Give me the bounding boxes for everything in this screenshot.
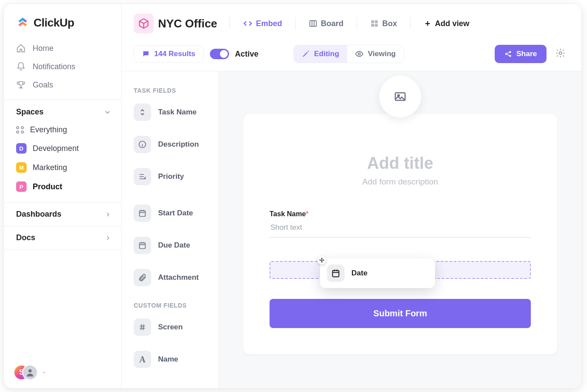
toolbar: 144 Results Active Editing Viewing Share <box>121 40 581 71</box>
workspace-badge <box>134 13 154 34</box>
add-view-button[interactable]: Add view <box>418 17 476 31</box>
field-start-date[interactable]: Start Date <box>132 201 213 225</box>
sidebar: ClickUp Home Notifications Goals Spaces … <box>4 4 121 388</box>
home-icon <box>16 44 26 53</box>
nav-dashboards[interactable]: Dashboards <box>4 202 121 226</box>
spaces-header[interactable]: Spaces <box>4 100 121 121</box>
field-name[interactable]: A Name <box>132 347 213 372</box>
avatar-stack[interactable]: S <box>13 365 38 380</box>
priority-icon <box>134 168 151 185</box>
space-label: Marketing <box>33 163 67 172</box>
submit-button[interactable]: Submit Form <box>270 299 531 328</box>
task-fields-header: TASK FIELDS <box>134 87 213 94</box>
chevron-right-icon <box>105 235 111 241</box>
divider <box>357 17 357 30</box>
field-priority[interactable]: Priority <box>132 164 213 189</box>
divider <box>410 17 411 30</box>
field-label: Start Date <box>158 209 193 218</box>
space-badge: D <box>16 143 27 154</box>
caret-down-icon[interactable] <box>41 370 47 375</box>
board-icon <box>309 19 317 28</box>
bell-icon <box>16 62 26 71</box>
brand-name: ClickUp <box>34 16 74 30</box>
form-canvas: Add title Add form description Task Name… <box>219 71 581 388</box>
fields-panel: TASK FIELDS Task Name Description Priori… <box>121 71 219 388</box>
field-due-date[interactable]: Due Date <box>132 233 213 258</box>
nav-goals[interactable]: Goals <box>9 76 116 94</box>
image-icon <box>394 90 407 103</box>
task-name-input[interactable] <box>270 218 531 238</box>
share-icon <box>504 50 512 58</box>
paperclip-icon <box>134 269 151 286</box>
svg-rect-5 <box>375 24 378 27</box>
box-icon <box>370 19 379 28</box>
svg-point-7 <box>505 53 507 55</box>
custom-fields-header: CUSTOM FIELDS <box>134 302 213 309</box>
active-label: Active <box>235 50 259 59</box>
field-screen[interactable]: Screen <box>132 315 213 339</box>
field-description[interactable]: Description <box>132 132 213 157</box>
results-label: 144 Results <box>154 50 196 58</box>
avatar <box>22 365 38 380</box>
required-marker: * <box>306 210 308 218</box>
field-attachment[interactable]: Attachment <box>132 265 213 290</box>
form-field-label: Task Name* <box>270 210 531 218</box>
form-title-input[interactable]: Add title <box>270 154 531 173</box>
embed-icon <box>243 19 253 28</box>
share-label: Share <box>516 50 537 58</box>
form-subtitle-input[interactable]: Add form description <box>270 177 531 187</box>
tab-board[interactable]: Board <box>303 17 350 31</box>
drag-chip-date[interactable]: Date <box>320 258 435 288</box>
eye-icon <box>355 50 364 58</box>
nav-label: Home <box>33 44 54 53</box>
nav-label: Notifications <box>33 62 75 71</box>
tab-embed[interactable]: Embed <box>237 16 288 31</box>
tab-box[interactable]: Box <box>364 17 403 31</box>
svg-point-6 <box>358 53 360 55</box>
results-pill[interactable]: 144 Results <box>134 45 204 63</box>
add-view-label: Add view <box>435 19 469 28</box>
tab-label: Box <box>382 19 397 28</box>
nav-home[interactable]: Home <box>9 39 116 57</box>
field-label: Priority <box>158 172 184 181</box>
space-item-product[interactable]: P Product <box>4 177 121 196</box>
divider <box>295 17 296 30</box>
space-badge: M <box>16 162 27 173</box>
content-body: TASK FIELDS Task Name Description Priori… <box>121 71 581 388</box>
svg-point-0 <box>28 369 31 372</box>
trophy-icon <box>16 80 26 90</box>
nav-docs[interactable]: Docs <box>4 226 121 250</box>
chevron-down-icon <box>104 108 111 116</box>
share-button[interactable]: Share <box>495 45 547 63</box>
mode-label: Viewing <box>368 50 396 58</box>
mode-switch: Editing Viewing <box>294 45 404 63</box>
space-item-marketing[interactable]: M Marketing <box>4 158 121 177</box>
form-image-placeholder[interactable] <box>379 76 421 117</box>
nav-label: Dashboards <box>16 210 61 219</box>
field-label: Task Name <box>158 108 197 117</box>
svg-rect-1 <box>310 20 316 26</box>
app-window: ClickUp Home Notifications Goals Spaces … <box>3 3 582 389</box>
mode-label: Editing <box>314 50 339 58</box>
mode-viewing[interactable]: Viewing <box>347 45 404 63</box>
spaces-title: Spaces <box>16 107 44 117</box>
svg-rect-2 <box>371 20 374 23</box>
brand-logo[interactable]: ClickUp <box>4 4 121 37</box>
cube-icon <box>138 18 149 29</box>
label-text: Task Name <box>270 210 306 218</box>
nav-notifications[interactable]: Notifications <box>9 57 116 76</box>
mode-editing[interactable]: Editing <box>294 45 347 63</box>
space-everything[interactable]: Everything <box>4 121 121 139</box>
space-label: Everything <box>30 125 67 134</box>
svg-rect-12 <box>139 211 145 216</box>
field-label: Due Date <box>158 241 190 250</box>
nav-label: Docs <box>16 233 35 242</box>
svg-rect-13 <box>139 243 145 248</box>
move-icon <box>317 256 326 265</box>
active-toggle[interactable] <box>210 49 229 59</box>
tab-label: Board <box>321 19 344 28</box>
space-item-development[interactable]: D Development <box>4 139 121 158</box>
field-task-name[interactable]: Task Name <box>132 100 213 124</box>
space-label: Development <box>33 144 79 153</box>
settings-button[interactable] <box>553 45 568 63</box>
